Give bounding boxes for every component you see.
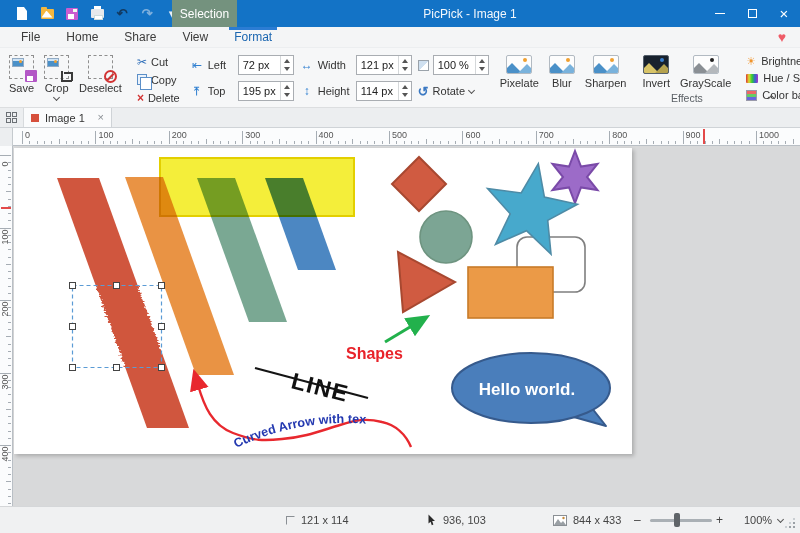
- minimize-button[interactable]: [704, 0, 736, 27]
- blur-image-icon: [549, 55, 575, 74]
- menu-format[interactable]: Format: [221, 27, 285, 47]
- ruler-tick: [653, 141, 654, 144]
- close-button[interactable]: ×: [768, 0, 800, 27]
- left-spinner[interactable]: 72 px: [238, 55, 294, 75]
- ruler-tick: [8, 503, 11, 504]
- context-tab-selection[interactable]: Selection: [172, 0, 237, 27]
- copy-button[interactable]: Copy: [133, 71, 184, 88]
- ruler-tick: [624, 141, 625, 144]
- ruler-tick: [411, 141, 412, 144]
- menu-home[interactable]: Home: [53, 27, 111, 47]
- image-canvas[interactable]: Shapes LINE Curved Arrow with text Hello…: [14, 148, 632, 454]
- crop-button[interactable]: Crop: [39, 51, 74, 100]
- delete-button[interactable]: ×Delete: [133, 89, 184, 106]
- hello-world-label: Hello world.: [479, 380, 575, 399]
- ruler-tick: [8, 199, 11, 200]
- hue-saturation-button[interactable]: Hue / Saturation: [742, 70, 800, 86]
- scale-icon: [418, 60, 429, 71]
- ruler-tick: [279, 139, 280, 144]
- ruler-tick: [250, 141, 251, 144]
- zoom-out-button[interactable]: –: [634, 507, 641, 533]
- rotate-button[interactable]: ↺ Rotate: [418, 81, 489, 101]
- ruler-tick: [433, 141, 434, 144]
- zoom-in-button[interactable]: +: [716, 507, 723, 533]
- heart-icon[interactable]: ♥: [778, 29, 786, 45]
- top-spinner[interactable]: 195 px: [238, 81, 294, 101]
- grayscale-button[interactable]: GrayScale: [675, 51, 736, 89]
- sharpen-button[interactable]: Sharpen: [580, 51, 632, 89]
- ruler-tick: [580, 141, 581, 144]
- new-file-icon[interactable]: [14, 5, 30, 23]
- save-button[interactable]: Save: [4, 51, 39, 94]
- deselect-button[interactable]: Deselect: [74, 51, 127, 94]
- height-spinner[interactable]: 114 px: [356, 81, 412, 101]
- ruler-tick: [785, 141, 786, 144]
- ruler-label: 100: [98, 130, 113, 140]
- ruler-label: 500: [392, 130, 407, 140]
- ruler-tick: [8, 431, 11, 432]
- ruler-tick: [8, 344, 11, 345]
- ruler-tick: [543, 141, 544, 144]
- menu-share[interactable]: Share: [111, 27, 169, 47]
- ruler-tick: [88, 141, 89, 144]
- zoom-level[interactable]: 100%: [744, 507, 783, 533]
- ruler-tick: [462, 131, 463, 144]
- width-spinner-arrows[interactable]: [398, 56, 411, 74]
- brightness-contrast-button[interactable]: ☀Brightness / Contrast: [742, 53, 800, 69]
- ruler-tick: [536, 131, 537, 144]
- ruler-tick: [29, 141, 30, 144]
- ruler-tick: [8, 184, 11, 185]
- effects-group: Invert GrayScale Effects: [637, 50, 736, 106]
- status-bar: 121 x 114 936, 103 844 x 433 – + 100%: [0, 506, 800, 533]
- scale-spinner-arrows[interactable]: [475, 56, 488, 74]
- width-spinner[interactable]: 121 px: [356, 55, 412, 75]
- pixelate-button[interactable]: Pixelate: [495, 51, 544, 89]
- maximize-button[interactable]: [736, 0, 768, 27]
- top-spinner-arrows[interactable]: [280, 82, 293, 100]
- ruler-tick: [360, 141, 361, 144]
- deselect-icon: [88, 55, 113, 79]
- ruler-tick: [771, 141, 772, 144]
- ruler-tick: [756, 131, 757, 144]
- undo-icon[interactable]: ↶: [114, 5, 130, 23]
- ruler-tick: [235, 141, 236, 144]
- ruler-tick: [6, 191, 11, 192]
- zoom-slider[interactable]: [650, 519, 712, 522]
- open-folder-icon[interactable]: [39, 5, 55, 23]
- ruler-tick: [6, 409, 11, 410]
- ruler-tick: [22, 131, 23, 144]
- ruler-tick: [8, 293, 11, 294]
- height-spinner-arrows[interactable]: [398, 82, 411, 100]
- cut-button[interactable]: ✂Cut: [133, 53, 184, 70]
- horizontal-ruler: 01002003004005006007008009001000: [0, 128, 800, 146]
- ruler-tick: [719, 139, 720, 144]
- save-file-icon[interactable]: [64, 5, 80, 23]
- ruler-tick: [602, 141, 603, 144]
- redo-icon[interactable]: ↷: [139, 5, 155, 23]
- print-icon[interactable]: [89, 5, 105, 23]
- ruler-tick: [44, 141, 45, 144]
- ruler-tick: [330, 141, 331, 144]
- tab-image-1[interactable]: Image 1 ×: [24, 108, 112, 127]
- ruler-tick: [404, 141, 405, 144]
- menu-bar: File Home Share View Format ♥: [0, 27, 800, 48]
- window-list-button[interactable]: [0, 108, 24, 127]
- crop-dropdown-icon[interactable]: [53, 94, 60, 101]
- menu-view[interactable]: View: [169, 27, 221, 47]
- ruler-tick: [565, 141, 566, 144]
- ruler-tick: [455, 141, 456, 144]
- width-row: ↔ Width 121 px: [300, 55, 412, 75]
- ruler-tick: [477, 141, 478, 144]
- scale-spinner[interactable]: 100 %: [433, 55, 489, 75]
- tab-close-icon[interactable]: ×: [98, 112, 104, 123]
- ruler-tick: [492, 141, 493, 144]
- menu-file[interactable]: File: [8, 27, 53, 47]
- zoom-slider-handle[interactable]: [674, 513, 680, 527]
- invert-button[interactable]: Invert: [637, 51, 675, 89]
- resize-grip[interactable]: [784, 517, 796, 529]
- cursor-icon: [428, 514, 437, 526]
- left-spinner-arrows[interactable]: [280, 56, 293, 74]
- blur-button[interactable]: Blur: [544, 51, 580, 89]
- cursor-position-marker: [703, 129, 705, 144]
- rotate-dropdown-icon[interactable]: [468, 86, 475, 93]
